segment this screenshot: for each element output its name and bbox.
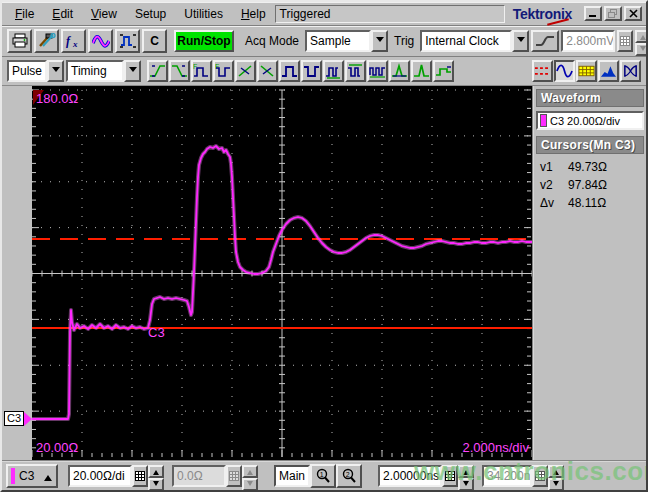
display-waveform-button[interactable] <box>554 60 575 82</box>
zoom-1-button[interactable]: 1 <box>310 464 336 488</box>
eye-diagram-icon <box>622 63 639 79</box>
chevron-down-icon[interactable] <box>47 60 64 82</box>
pulse-capture-button[interactable] <box>115 29 140 53</box>
chevron-down-icon[interactable] <box>371 30 388 52</box>
burst-width-icon <box>325 63 342 79</box>
toolbar-measure: Pulse Timing FF <box>2 57 646 86</box>
vertical-scale-stepper[interactable] <box>148 465 164 487</box>
triangle-up-icon <box>44 471 52 481</box>
rising-slew-rate-button[interactable] <box>235 60 256 82</box>
menu-setup[interactable]: Setup <box>126 4 175 24</box>
keypad-icon[interactable] <box>532 465 548 487</box>
menu-utilities[interactable]: Utilities <box>175 4 232 24</box>
waveform-panel-header: Waveform <box>536 89 644 107</box>
chevron-down-icon[interactable] <box>512 30 529 52</box>
waveform-list-item[interactable]: C3 20.00Ω/div <box>536 111 644 130</box>
formula-icon: fx <box>65 33 83 49</box>
positive-width-button[interactable]: F <box>191 60 212 82</box>
svg-text:20.00Ω: 20.00Ω <box>36 440 79 455</box>
acq-mode-label: Acq Mode <box>241 34 303 48</box>
fall-time-icon <box>171 63 188 79</box>
waveform-database-button[interactable] <box>576 60 597 82</box>
burst-width-button[interactable] <box>323 60 344 82</box>
acq-mode-select[interactable]: Sample <box>305 30 388 52</box>
negative-width-button[interactable]: F <box>213 60 234 82</box>
color-waveform-icon <box>92 33 110 49</box>
horizontal-cursors-icon <box>534 63 551 79</box>
pulse-capture-icon <box>119 33 137 49</box>
negative-burst-button[interactable] <box>345 60 366 82</box>
zoom-2-button[interactable]: 2 <box>336 464 362 488</box>
keypad-icon[interactable] <box>442 465 458 487</box>
color-waveform-button[interactable] <box>88 29 113 53</box>
positive-overshoot-button[interactable] <box>389 60 410 82</box>
menu-help[interactable]: Help <box>232 4 275 24</box>
toolbar-main: fx C Run/Stop Acq Mode Sample Trig Inter… <box>2 26 646 57</box>
settle-dc-button[interactable] <box>433 60 454 82</box>
negative-pulse-button[interactable] <box>301 60 322 82</box>
settle-dc-icon <box>435 63 452 79</box>
rise-time-button[interactable] <box>147 60 168 82</box>
svg-text:C3: C3 <box>148 325 165 340</box>
svg-text:180.0Ω: 180.0Ω <box>36 91 79 106</box>
graticule-svg: 180.0Ω20.00Ω2.000ns/divC3 <box>32 86 532 460</box>
trigger-level-stepper <box>635 30 648 52</box>
keypad-icon <box>226 465 242 487</box>
timing-category-select[interactable]: Timing <box>66 60 141 82</box>
keypad-icon <box>617 30 633 52</box>
run-stop-button[interactable]: Run/Stop <box>174 30 234 52</box>
timebase-stepper[interactable] <box>458 465 474 487</box>
eye-diagram-button[interactable] <box>620 60 641 82</box>
main-area: C3 180.0Ω20.00Ω2.000ns/divC3 Waveform C3… <box>2 86 646 460</box>
tools-icon <box>38 33 56 49</box>
svg-text:f: f <box>66 34 71 48</box>
trace-color-swatch <box>540 114 547 127</box>
rising-slew-rate-icon <box>237 63 254 79</box>
trigger-source-select[interactable]: Internal Clock <box>420 30 529 52</box>
trigger-slope-button[interactable] <box>531 30 559 52</box>
fall-time-button[interactable] <box>169 60 190 82</box>
chevron-down-icon[interactable] <box>124 60 141 82</box>
formula-button[interactable]: fx <box>61 29 86 53</box>
tektronix-logo: Tektronix <box>513 6 572 22</box>
printer-icon <box>11 33 29 49</box>
pulse-category-select[interactable]: Pulse <box>7 60 64 82</box>
close-button[interactable] <box>624 6 642 21</box>
frequency-button[interactable] <box>367 60 388 82</box>
graticule-display[interactable]: 180.0Ω20.00Ω2.000ns/divC3 <box>32 86 532 460</box>
keypad-icon[interactable] <box>132 465 148 487</box>
menu-edit[interactable]: Edit <box>43 4 82 24</box>
restore-button <box>604 6 622 21</box>
falling-slew-rate-button[interactable] <box>257 60 278 82</box>
svg-text:1: 1 <box>320 471 324 478</box>
vertical-offset-field: 0.0Ω <box>172 465 226 487</box>
positive-pulse-button[interactable] <box>279 60 300 82</box>
horizontal-cursors-button[interactable] <box>532 60 553 82</box>
cursor-readout-Δv: Δv48.11Ω <box>536 194 644 212</box>
printer-button[interactable] <box>7 29 32 53</box>
pulse-peak-button[interactable] <box>411 60 432 82</box>
horizontal-delay-field[interactable]: 34.200n <box>482 465 532 487</box>
channel-color-stripe <box>11 468 15 484</box>
trigger-level-field: 2.800mV <box>561 30 615 52</box>
clear-channel-button[interactable]: C <box>142 29 167 53</box>
menu-view[interactable]: View <box>82 4 126 24</box>
positive-overshoot-icon <box>391 63 408 79</box>
timebase-scale-field[interactable]: 2.00000ns <box>378 465 442 487</box>
waveform-database-icon <box>578 63 595 79</box>
menu-file[interactable]: File <box>6 4 43 24</box>
main-timebase-button[interactable]: Main <box>274 465 310 487</box>
channel-select-button[interactable]: C3 <box>6 464 58 488</box>
tools-button[interactable] <box>34 29 59 53</box>
positive-width-icon: F <box>193 63 210 79</box>
menu-bar: FileEditViewSetupUtilitiesHelp <box>6 4 275 24</box>
trigger-status-indicator: Triggered <box>275 5 505 23</box>
minimize-button[interactable] <box>584 6 602 21</box>
histogram-button[interactable] <box>598 60 619 82</box>
falling-slew-rate-icon <box>259 63 276 79</box>
cursor-readouts: v149.73Ωv297.84ΩΔv48.11Ω <box>536 158 644 212</box>
cursor-readout-v2: v297.84Ω <box>536 176 644 194</box>
cursors-panel-header: Cursors(Mn C3) <box>536 136 644 154</box>
horizontal-delay-stepper[interactable] <box>548 465 564 487</box>
vertical-scale-field[interactable]: 20.00Ω/di <box>68 465 132 487</box>
